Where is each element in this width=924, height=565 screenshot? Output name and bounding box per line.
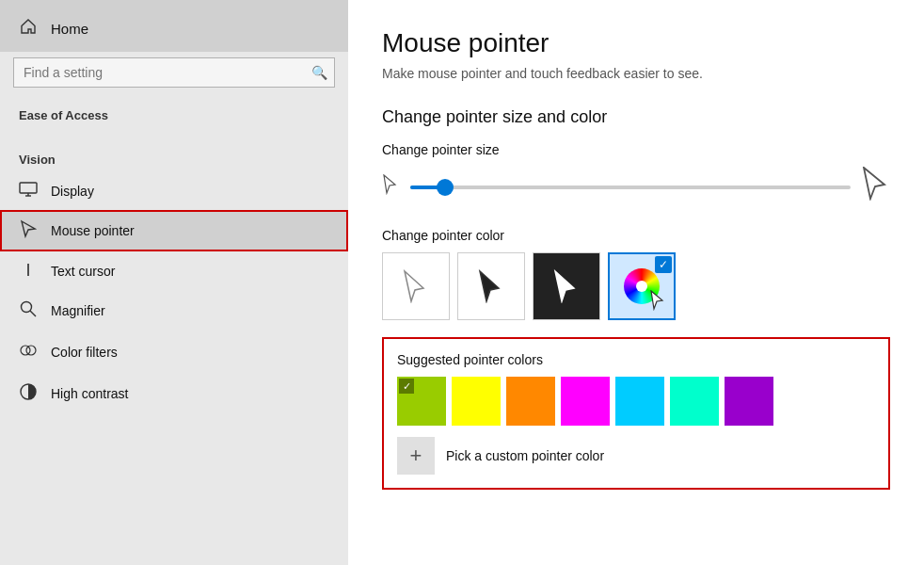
- color-chip-6[interactable]: [725, 377, 773, 426]
- sidebar-item-high-contrast[interactable]: High contrast: [0, 373, 348, 414]
- magnifier-icon: [19, 299, 38, 322]
- ease-of-access-label: Ease of Access: [0, 101, 348, 128]
- mouse-pointer-label: Mouse pointer: [51, 223, 135, 238]
- color-filters-label: Color filters: [51, 345, 118, 360]
- suggested-colors-row: ✓: [397, 377, 875, 426]
- color-chip-1[interactable]: [452, 377, 501, 426]
- custom-color-row[interactable]: + Pick a custom pointer color: [397, 437, 875, 475]
- swatch-black[interactable]: [457, 252, 525, 320]
- color-chip-0[interactable]: ✓: [397, 377, 446, 426]
- color-wheel-inner: [636, 281, 647, 292]
- active-check-badge: ✓: [655, 256, 672, 273]
- display-label: Display: [51, 184, 94, 199]
- home-nav-item[interactable]: Home: [0, 0, 348, 52]
- sidebar-item-display[interactable]: Display: [0, 172, 348, 210]
- color-chip-5[interactable]: [670, 377, 719, 426]
- svg-line-5: [30, 311, 36, 316]
- sidebar-item-text-cursor[interactable]: I Text cursor: [0, 251, 348, 290]
- svg-rect-0: [20, 183, 37, 193]
- home-label: Home: [51, 21, 88, 37]
- svg-point-4: [22, 302, 32, 313]
- suggested-colors-box: Suggested pointer colors ✓ + Pick a cust…: [382, 337, 890, 490]
- mouse-pointer-icon: [19, 219, 38, 242]
- sidebar-item-magnifier[interactable]: Magnifier: [0, 290, 348, 331]
- pointer-color-swatches: ✓: [382, 252, 890, 320]
- color-chip-2[interactable]: [506, 377, 555, 426]
- swatch-custom[interactable]: ✓: [608, 252, 676, 320]
- svg-point-6: [21, 346, 30, 355]
- main-content: Mouse pointer Make mouse pointer and tou…: [348, 0, 924, 565]
- home-icon: [19, 17, 38, 40]
- swatch-inverted[interactable]: [533, 252, 600, 320]
- page-subtitle: Make mouse pointer and touch feedback ea…: [382, 66, 890, 81]
- color-chip-4[interactable]: [615, 377, 664, 426]
- chip-check-0: ✓: [399, 379, 414, 394]
- sidebar: Home 🔍 Ease of Access Vision Display Mou…: [0, 0, 348, 565]
- svg-point-7: [26, 346, 36, 355]
- high-contrast-label: High contrast: [51, 386, 128, 401]
- sidebar-item-color-filters[interactable]: Color filters: [0, 331, 348, 373]
- magnifier-label: Magnifier: [51, 303, 105, 318]
- page-title: Mouse pointer: [382, 28, 890, 58]
- search-icon: 🔍: [311, 65, 327, 80]
- search-input[interactable]: [13, 57, 335, 88]
- pointer-size-label: Change pointer size: [382, 142, 890, 157]
- display-icon: [19, 182, 38, 201]
- pointer-size-slider-row: [382, 167, 890, 207]
- pointer-color-label: Change pointer color: [382, 228, 890, 243]
- vision-label: Vision: [0, 145, 348, 172]
- cursor-large-icon: [862, 167, 890, 207]
- slider-thumb: [437, 179, 454, 196]
- high-contrast-icon: [19, 382, 38, 405]
- color-chip-3[interactable]: [561, 377, 610, 426]
- search-container: 🔍: [13, 57, 335, 88]
- custom-color-label: Pick a custom pointer color: [446, 448, 604, 463]
- sidebar-item-mouse-pointer[interactable]: Mouse pointer: [0, 210, 348, 251]
- plus-icon: +: [397, 437, 435, 475]
- suggested-label: Suggested pointer colors: [397, 352, 875, 367]
- text-cursor-label: Text cursor: [51, 264, 115, 279]
- swatch-white[interactable]: [382, 252, 450, 320]
- color-filters-icon: [19, 341, 38, 363]
- cursor-small-icon: [382, 174, 399, 200]
- text-cursor-icon: I: [19, 261, 38, 281]
- pointer-size-slider[interactable]: [410, 186, 851, 189]
- section-heading: Change pointer size and color: [382, 107, 890, 127]
